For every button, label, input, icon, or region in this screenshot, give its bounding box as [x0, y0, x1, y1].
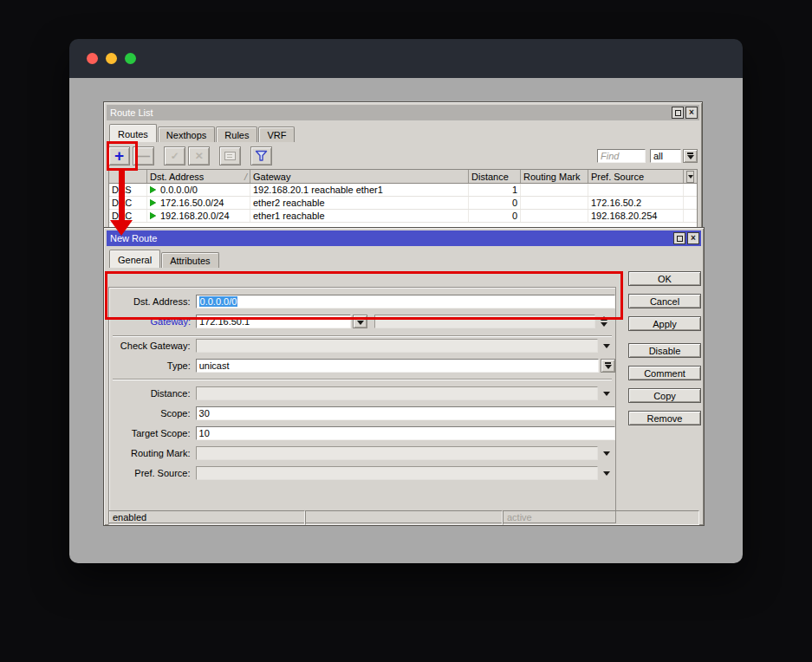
active-route-icon: [150, 186, 156, 193]
cell-routing-mark: [521, 184, 588, 196]
gateway-add-remove-spinner[interactable]: [595, 316, 613, 327]
chevron-down-icon: [605, 365, 612, 369]
gateway-dropdown-button[interactable]: [353, 315, 367, 328]
close-button[interactable]: ×: [687, 232, 699, 244]
distance-row: Distance:: [109, 386, 615, 400]
maximize-icon: [677, 236, 683, 242]
tab-nexthops[interactable]: Nexthops: [158, 127, 215, 142]
chevron-down-icon: [688, 175, 693, 178]
distance-input: [196, 386, 599, 400]
tab-general[interactable]: General: [109, 250, 160, 268]
col-header-gateway[interactable]: Gateway: [250, 170, 469, 183]
col-header-dst-label: Dst. Address: [150, 172, 204, 182]
check-gateway-row: Check Gateway:: [109, 339, 615, 353]
copy-button[interactable]: Copy: [628, 388, 701, 403]
disable-cross-icon: ✕: [194, 150, 203, 162]
route-table-header: Dst. Address / Gateway Distance Routing …: [109, 170, 697, 184]
remove-route-button[interactable]: —: [133, 146, 154, 166]
col-header-dst-address[interactable]: Dst. Address /: [147, 170, 250, 183]
close-traffic-light-icon[interactable]: [87, 53, 98, 64]
disable-route-button[interactable]: ✕: [188, 146, 210, 166]
cell-distance: 1: [469, 184, 521, 196]
traffic-lights: [87, 53, 136, 64]
cell-dst-address: 172.16.50.0/24: [147, 197, 250, 209]
dst-value: 172.16.50.0/24: [160, 198, 224, 208]
check-gateway-dropdown[interactable]: [598, 344, 615, 348]
comment-button[interactable]: Comment: [628, 366, 701, 380]
col-header-routing-mark[interactable]: Routing Mark: [521, 170, 588, 183]
cell-flags: DAC: [109, 210, 147, 222]
minimize-traffic-light-icon[interactable]: [106, 53, 117, 64]
maximize-button[interactable]: [673, 232, 685, 244]
comment-route-button[interactable]: [219, 146, 241, 166]
gateway-input[interactable]: 172.16.50.1: [196, 315, 351, 328]
filter-scope-dropdown-button[interactable]: [683, 149, 698, 163]
pref-source-dropdown[interactable]: [598, 471, 615, 476]
cell-pref-source: 192.168.20.254: [588, 210, 684, 222]
active-route-icon: [150, 212, 156, 219]
type-label: Type:: [113, 360, 191, 371]
cell-gateway: 192.168.20.1 reachable ether1: [250, 184, 469, 196]
zoom-traffic-light-icon[interactable]: [125, 53, 136, 64]
chevron-down-icon: [603, 392, 610, 396]
sort-ascending-icon: /: [244, 172, 247, 182]
ok-button[interactable]: OK: [628, 271, 701, 286]
macos-titlebar[interactable]: [69, 39, 743, 78]
distance-dropdown[interactable]: [598, 392, 615, 396]
new-route-body: General Attributes Dst. Address: 0.0.0.0…: [107, 250, 701, 527]
add-route-button[interactable]: +: [108, 146, 130, 166]
target-scope-input[interactable]: 10: [196, 426, 615, 440]
type-dropdown-button[interactable]: [601, 359, 615, 373]
check-gateway-input: [196, 339, 599, 353]
cell-flags: DAC: [109, 197, 147, 209]
apply-button[interactable]: Apply: [628, 316, 701, 331]
status-middle: [305, 510, 503, 525]
find-input[interactable]: Find: [597, 149, 646, 163]
find-placeholder: Find: [601, 151, 619, 161]
close-icon: ×: [691, 234, 696, 243]
tab-rules[interactable]: Rules: [216, 127, 257, 142]
route-list-titlebar[interactable]: Route List ×: [107, 105, 699, 120]
column-selector-button[interactable]: [686, 171, 694, 183]
col-header-pref-source[interactable]: Pref. Source: [588, 170, 684, 183]
dst-address-label: Dst. Address:: [113, 296, 191, 307]
chevron-down-icon: [603, 344, 610, 348]
dst-value: 0.0.0.0/0: [160, 185, 198, 195]
new-route-dialog: New Route × General Attributes Dst. Addr…: [104, 228, 704, 525]
cancel-button[interactable]: Cancel: [628, 294, 701, 308]
gateway-row: Gateway: 172.16.50.1: [109, 315, 615, 328]
scope-input[interactable]: 30: [196, 406, 615, 420]
type-value: unicast: [199, 360, 230, 371]
tab-routes[interactable]: Routes: [109, 124, 157, 142]
col-header-distance[interactable]: Distance: [469, 170, 521, 183]
type-row: Type: unicast: [109, 359, 615, 373]
tab-attributes[interactable]: Attributes: [161, 252, 218, 268]
table-row[interactable]: DAS 0.0.0.0/0 192.168.20.1 reachable eth…: [109, 184, 697, 197]
remove-button[interactable]: Remove: [628, 411, 701, 425]
table-row[interactable]: DAC 172.16.50.0/24 ether2 reachable 0 17…: [109, 197, 697, 210]
cell-end: [684, 197, 697, 209]
filter-button[interactable]: [250, 146, 272, 166]
new-route-titlebar[interactable]: New Route ×: [107, 230, 701, 246]
type-input[interactable]: unicast: [196, 359, 599, 373]
col-header-flags[interactable]: [109, 170, 147, 183]
tab-vrf[interactable]: VRF: [258, 127, 295, 142]
routing-mark-dropdown[interactable]: [598, 451, 615, 456]
combo-bar-icon: [357, 318, 363, 320]
gateway-value: 172.16.50.1: [199, 316, 250, 327]
cell-end: [684, 184, 697, 196]
dst-address-input[interactable]: 0.0.0.0/0: [196, 295, 615, 308]
dialog-buttons: OK Cancel Apply Disable Comment Copy Rem…: [628, 271, 701, 433]
enable-route-button[interactable]: ✓: [164, 146, 185, 166]
close-button[interactable]: ×: [685, 107, 698, 119]
table-row[interactable]: DAC 192.168.20.0/24 ether1 reachable 0 1…: [109, 210, 697, 223]
filter-scope-select[interactable]: all: [650, 149, 681, 163]
combo-bar-icon: [605, 362, 611, 364]
filter-scope-value: all: [653, 151, 663, 161]
routing-mark-row: Routing Mark:: [109, 446, 615, 460]
macos-window: Route List × Routes Nexthops Rules VRF +…: [69, 39, 743, 563]
disable-button[interactable]: Disable: [628, 343, 701, 358]
maximize-button[interactable]: [672, 107, 684, 119]
chevron-up-icon: [601, 316, 607, 321]
check-gateway-label: Check Gateway:: [113, 341, 191, 351]
